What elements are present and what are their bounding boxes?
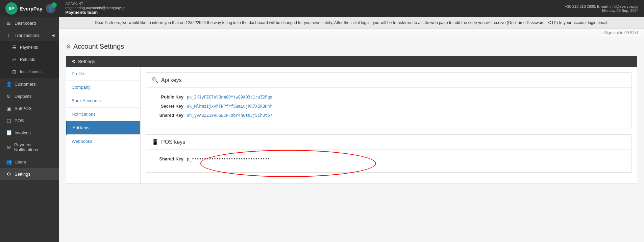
sidebar-label-pos: POS <box>15 118 24 123</box>
shared-key-label: Shared Key <box>153 113 183 118</box>
sidebar-label-payments: Payments <box>20 45 38 50</box>
sidebar-item-softpos[interactable]: ▣ SoftPOS <box>0 102 59 114</box>
public-key-value: pk_2K1yFZC7uVQnmOOYtwQ9AO3c1ruZ2Pqq <box>187 95 272 100</box>
settings-nav-webhooks-link[interactable]: Webhooks <box>72 139 92 144</box>
settings-nav-company-link[interactable]: Company <box>72 85 91 90</box>
customers-icon: 👤 <box>6 81 12 87</box>
sidebar-label-installments: Installments <box>20 69 42 74</box>
settings-nav-profile[interactable]: Profile <box>66 67 140 81</box>
pos-keys-card: 📱 POS keys Shared Key p_••••••••••••••••… <box>146 134 631 173</box>
sidebar-item-dashboard[interactable]: ⊞ Dashboard <box>0 17 59 29</box>
notice-banner: Dear Partners, we would like to inform y… <box>59 17 644 29</box>
pos-keys-mobile-icon: 📱 <box>152 139 158 145</box>
settings-nav-api-keys-label: Api keys <box>73 125 89 130</box>
payment-notifications-icon: ✉ <box>6 145 11 150</box>
settings-header-gear-icon: ⚙ <box>72 59 76 64</box>
pos-keys-card-header: 📱 POS keys <box>146 135 631 150</box>
transactions-icon: ↕ <box>6 32 12 38</box>
sidebar-item-transactions[interactable]: ↕ Transactions ◀ <box>0 29 59 41</box>
sidebar-item-payments[interactable]: ☰ Payments <box>0 41 59 53</box>
sidebar-label-softpos: SoftPOS <box>15 106 32 111</box>
sidebar-label-transactions: Transactions <box>15 33 40 38</box>
settings-header: ⚙ Settings <box>66 56 637 67</box>
settings-nav-company[interactable]: Company <box>66 81 140 94</box>
settings-nav-bank-accounts-link[interactable]: Bank Accounts <box>72 98 101 103</box>
top-bar-left: EP EveryPay 👤 1 ACCOUNT engineering.paym… <box>5 2 125 15</box>
pos-keys-title: POS keys <box>161 139 185 145</box>
pos-shared-key-row: Shared Key p_•••••••••••••••••••••••••••… <box>153 156 624 161</box>
account-info: ACCOUNT engineering.payments@everypay.gr… <box>66 2 125 15</box>
sidebar-item-pos[interactable]: ▢ POS <box>0 114 59 127</box>
logo: EP EveryPay <box>5 2 43 15</box>
sidebar-label-deposits: Deposits <box>15 94 32 99</box>
account-label: ACCOUNT <box>66 2 125 6</box>
transactions-submenu: ☰ Payments ↩ Refunds ⊟ Installments <box>0 41 59 78</box>
page-content: ⚙ Account Settings ⚙ Settings Profile <box>59 37 644 242</box>
contact-info: +30 218 218 2800, E-mail: info@everypay.… <box>565 4 639 8</box>
signout-button[interactable]: → Sign out in 09:57 <box>599 30 635 35</box>
settings-content: 🔍 Api keys Public Key pk_2K1yFZC7uVQnmOO… <box>141 67 637 183</box>
shared-key-row: Shared Key sh_yvABZZ19Hu6EuHF0br4hQt03jS… <box>153 113 624 118</box>
sidebar-label-customers: Customers <box>15 82 36 87</box>
secret-key-row: Secret Key sk_MlMmzIjxvhFNPfrfSWmLujRR7X… <box>153 104 624 109</box>
api-keys-search-icon: 🔍 <box>152 77 158 83</box>
logo-icon: EP <box>5 2 18 15</box>
sidebar-label-users: Users <box>15 159 26 164</box>
refresh-icon[interactable]: ↺ <box>635 30 639 36</box>
sidebar-item-users[interactable]: 👥 Users <box>0 156 59 168</box>
sidebar-item-deposits[interactable]: ⊙ Deposits <box>0 90 59 102</box>
page-title-row: ⚙ Account Settings <box>66 43 637 50</box>
sidebar-label-refunds: Refunds <box>20 57 35 62</box>
public-key-label: Public Key <box>153 94 183 100</box>
pos-shared-key-label: Shared Key <box>153 156 183 161</box>
content-area: Dear Partners, we would like to inform y… <box>59 17 644 242</box>
notice-text: Dear Partners, we would like to inform y… <box>95 20 609 25</box>
sidebar-item-payment-notifications[interactable]: ✉ Payment Notifications <box>0 139 59 156</box>
sidebar-item-invoices[interactable]: 🧾 Invoices <box>0 127 59 139</box>
user-icon-wrap[interactable]: 👤 1 <box>46 4 55 13</box>
invoices-icon: 🧾 <box>6 130 12 135</box>
sidebar-item-customers[interactable]: 👤 Customers <box>0 78 59 90</box>
main-layout: ⊞ Dashboard ↕ Transactions ◀ ☰ Payments … <box>0 17 644 242</box>
settings-nav-profile-link[interactable]: Profile <box>72 71 84 76</box>
dashboard-icon: ⊞ <box>6 20 12 26</box>
sidebar: ⊞ Dashboard ↕ Transactions ◀ ☰ Payments … <box>0 17 59 242</box>
sidebar-label-dashboard: Dashboard <box>15 21 36 26</box>
sidebar-item-refunds[interactable]: ↩ Refunds <box>0 53 59 66</box>
deposits-icon: ⊙ <box>6 93 12 99</box>
notification-badge: 1 <box>51 2 57 8</box>
secret-key-value: sk_MlMmzIjxvhFNPfrfSWmLujRR7XSkBHnM <box>187 104 272 109</box>
top-bar-right: +30 218 218 2800, E-mail: info@everypay.… <box>565 4 639 13</box>
settings-header-label: Settings <box>78 59 95 64</box>
settings-nav-webhooks[interactable]: Webhooks <box>66 135 140 148</box>
api-keys-title: Api keys <box>161 77 181 83</box>
settings-nav-bank-accounts[interactable]: Bank Accounts <box>66 94 140 108</box>
page-title: Account Settings <box>73 43 124 50</box>
installments-icon: ⊟ <box>11 69 17 74</box>
top-bar: EP EveryPay 👤 1 ACCOUNT engineering.paym… <box>0 0 644 17</box>
settings-nav-api-keys[interactable]: Api keys <box>66 121 140 135</box>
sidebar-label-invoices: Invoices <box>15 130 31 135</box>
pos-keys-card-body: Shared Key p_•••••••••••••••••••••••••••… <box>146 150 631 172</box>
account-name: Payments team <box>66 10 125 15</box>
api-keys-card-body: Public Key pk_2K1yFZC7uVQnmOOYtwQ9AO3c1r… <box>146 88 631 129</box>
users-icon: 👥 <box>6 159 12 164</box>
transactions-collapse-icon: ◀ <box>52 33 54 38</box>
account-email: engineering.payments@everypay.gr <box>66 6 125 10</box>
sidebar-item-installments[interactable]: ⊟ Installments <box>0 66 59 78</box>
public-key-row: Public Key pk_2K1yFZC7uVQnmOOYtwQ9AO3c1r… <box>153 94 624 100</box>
refunds-icon: ↩ <box>11 57 17 62</box>
signout-bar: → Sign out in 09:57 ↺ <box>59 29 644 37</box>
settings-nav: Profile Company Bank Accounts Notificati… <box>66 67 141 183</box>
sidebar-item-settings[interactable]: ⚙ Settings <box>0 168 59 180</box>
settings-nav-notifications-link[interactable]: Notifications <box>72 112 96 117</box>
settings-nav-notifications[interactable]: Notifications <box>66 108 140 121</box>
sidebar-label-payment-notifications: Payment Notifications <box>14 142 54 152</box>
signout-arrow-icon: → <box>599 30 603 35</box>
api-keys-card-header: 🔍 Api keys <box>146 73 631 88</box>
settings-icon: ⚙ <box>6 171 12 177</box>
secret-key-label: Secret Key <box>153 104 183 109</box>
date-display: Monday 09 Sep, 2024 <box>565 8 639 13</box>
api-keys-card: 🔍 Api keys Public Key pk_2K1yFZC7uVQnmOO… <box>146 72 631 129</box>
sidebar-label-settings: Settings <box>15 172 30 177</box>
